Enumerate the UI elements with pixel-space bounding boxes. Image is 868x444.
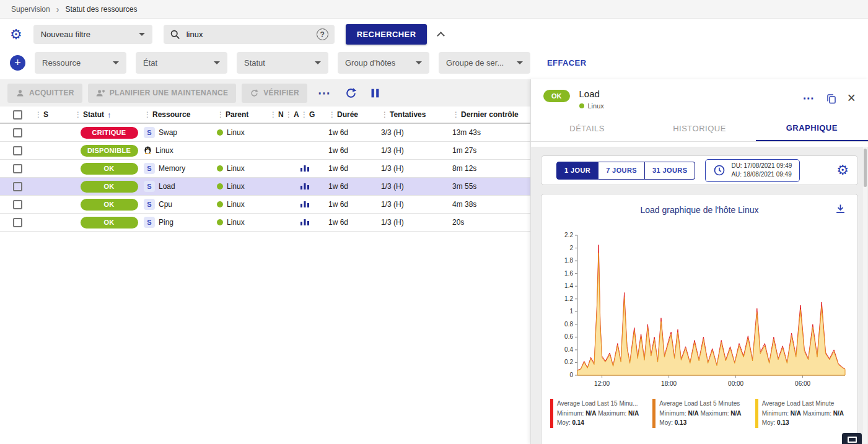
date-range-control[interactable]: DU: 17/08/2021 09:49 AU: 18/08/2021 09:4… xyxy=(705,159,800,182)
column-header[interactable]: ⋮Ressource xyxy=(144,110,217,119)
svg-text:1.4: 1.4 xyxy=(564,282,573,289)
help-icon[interactable]: ? xyxy=(317,28,328,40)
parent-cell: Linux xyxy=(217,182,270,191)
tries-cell: 1/3 (H) xyxy=(381,146,452,155)
graph-icon[interactable] xyxy=(300,199,309,209)
search-input[interactable] xyxy=(185,29,312,40)
criteria-select[interactable]: Group d'hôtes xyxy=(338,52,429,74)
graph-settings-gear-icon[interactable]: ⚙ xyxy=(836,163,849,177)
collapse-filters-icon[interactable] xyxy=(437,32,445,40)
breadcrumb-supervision[interactable]: Supervision xyxy=(11,5,50,14)
add-criteria-button[interactable]: + xyxy=(10,55,25,71)
status-cell: OK xyxy=(74,181,144,193)
column-header[interactable]: ⋮N xyxy=(270,110,285,119)
download-icon[interactable] xyxy=(835,203,846,217)
svg-text:18:00: 18:00 xyxy=(661,380,677,387)
criteria-list: RessourceÉtatStatutGroup d'hôtesGroupe d… xyxy=(35,52,530,74)
tab-graphique[interactable]: GRAPHIQUE xyxy=(756,116,868,141)
maintenance-icon xyxy=(96,89,105,98)
saved-filter-select[interactable]: Nouveau filtre xyxy=(33,25,152,44)
column-header[interactable]: ⋮G xyxy=(300,110,328,119)
maintenance-button[interactable]: PLANIFIER UNE MAINTENANCE xyxy=(88,84,237,103)
parent-name: Linux xyxy=(227,200,245,209)
graph-cell xyxy=(300,217,328,227)
row-checkbox-cell xyxy=(0,146,35,155)
status-badge: OK xyxy=(81,163,138,175)
parent-status-dot xyxy=(217,201,223,207)
parent-status-dot xyxy=(217,129,223,136)
breadcrumb-statut-des-ressources[interactable]: Statut des ressources xyxy=(65,5,137,14)
resources-toolbar: ACQUITTER PLANIFIER UNE MAINTENANCE VÉRI… xyxy=(0,79,530,107)
legend-minmax: Minimum: N/A Maximum: N/A xyxy=(557,409,639,419)
status-badge: OK xyxy=(81,181,138,193)
resource-cell: SMemory xyxy=(144,163,217,174)
table-row[interactable]: OKSLoadLinux1w 6d1/3 (H)3m 55s xyxy=(0,178,530,196)
table-row[interactable]: DISPONIBLELinux1w 6d1/3 (H)1m 27s xyxy=(0,142,530,160)
person-icon xyxy=(15,89,25,98)
check-button[interactable]: VÉRIFIER xyxy=(242,84,307,103)
sort-asc-icon[interactable]: ↑ xyxy=(107,110,112,120)
row-checkbox[interactable] xyxy=(13,200,22,209)
acknowledge-label: ACQUITTER xyxy=(29,89,74,97)
filter-settings-gear-icon[interactable]: ⚙ xyxy=(10,28,22,41)
panel-scrollbar xyxy=(863,147,867,444)
row-checkbox[interactable] xyxy=(13,164,22,173)
column-label: Statut xyxy=(83,110,104,119)
table-row[interactable]: OKSMemoryLinux1w 6d1/3 (H)8m 12s xyxy=(0,160,530,178)
tab-détails[interactable]: DÉTAILS xyxy=(531,116,643,141)
select-all-cell xyxy=(0,110,35,120)
criteria-select[interactable]: État xyxy=(136,52,227,74)
copy-link-icon[interactable] xyxy=(826,93,837,104)
column-header[interactable]: ⋮Parent xyxy=(217,110,270,119)
legend-series-name: Average Load Last 5 Minutes xyxy=(659,399,741,409)
legend-avg: Moy: 0.14 xyxy=(557,418,639,428)
period-button[interactable]: 1 JOUR xyxy=(556,162,598,180)
column-label: Ressource xyxy=(152,110,190,119)
criteria-select[interactable]: Groupe de ser... xyxy=(439,52,530,74)
refresh-icon[interactable] xyxy=(341,87,361,99)
drag-handle-icon: ⋮ xyxy=(144,110,151,119)
period-button[interactable]: 7 JOURS xyxy=(598,162,645,180)
column-header[interactable]: ⋮Durée xyxy=(328,110,381,119)
acknowledge-button[interactable]: ACQUITTER xyxy=(7,84,82,103)
graph-icon[interactable] xyxy=(300,217,309,227)
chevron-down-icon xyxy=(214,61,220,64)
row-checkbox[interactable] xyxy=(13,218,22,227)
content: ACQUITTER PLANIFIER UNE MAINTENANCE VÉRI… xyxy=(0,79,868,444)
column-header[interactable]: ⋮Tentatives xyxy=(381,110,452,119)
search-button[interactable]: RECHERCHER xyxy=(346,24,427,45)
period-button[interactable]: 31 JOURS xyxy=(645,162,695,180)
row-checkbox[interactable] xyxy=(13,146,22,155)
pause-icon[interactable] xyxy=(366,88,384,98)
column-header[interactable]: ⋮Statut↑ xyxy=(74,110,144,120)
tab-historique[interactable]: HISTORIQUE xyxy=(643,116,755,141)
tries-cell: 1/3 (H) xyxy=(381,164,452,173)
row-checkbox[interactable] xyxy=(13,182,22,191)
table-row[interactable]: OKSPingLinux1w 6d1/3 (H)20s xyxy=(0,214,530,232)
graph-icon[interactable] xyxy=(300,163,309,173)
clear-filters-button[interactable]: EFFACER xyxy=(547,58,586,67)
chevron-down-icon xyxy=(113,61,119,64)
row-checkbox[interactable] xyxy=(13,128,22,137)
column-header[interactable]: ⋮S xyxy=(35,110,74,119)
table-row[interactable]: OKSCpuLinux1w 6d1/3 (H)4m 38s xyxy=(0,196,530,214)
legend-series-name: Average Load Last 15 Minu... xyxy=(557,399,639,409)
table-row[interactable]: CRITIQUESSwapLinux1w 6d3/3 (H)13m 43s xyxy=(0,124,530,142)
graph-icon[interactable] xyxy=(300,181,309,191)
filter-row-main: ⚙ Nouveau filtre ? RECHERCHER xyxy=(0,19,868,47)
criteria-select[interactable]: Statut xyxy=(237,52,328,74)
service-icon: S xyxy=(144,217,155,228)
criteria-select[interactable]: Ressource xyxy=(35,52,126,74)
screenshot-button[interactable] xyxy=(842,433,862,444)
column-header[interactable]: ⋮Dernier contrôle xyxy=(452,110,530,119)
legend-swatch xyxy=(550,399,553,428)
select-all-checkbox[interactable] xyxy=(13,110,22,120)
column-header[interactable]: ⋮A xyxy=(285,110,300,119)
parent-cell: Linux xyxy=(217,200,270,209)
panel-scrollbar-thumb[interactable] xyxy=(864,149,867,187)
more-actions-icon[interactable]: ⋯ xyxy=(313,85,336,100)
panel-more-icon[interactable]: ⋯ xyxy=(803,92,815,104)
drag-handle-icon: ⋮ xyxy=(381,110,388,119)
panel-status-badge: OK xyxy=(543,90,570,102)
close-panel-icon[interactable]: × xyxy=(848,91,856,105)
